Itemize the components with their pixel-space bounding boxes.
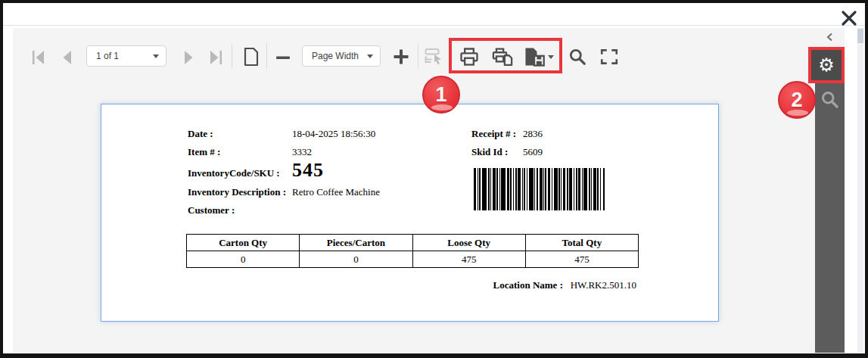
page-number-value: 1 of 1 — [96, 51, 119, 61]
report-document-page: Date : 18-04-2025 18:56:30 Item # : 3332… — [101, 104, 719, 322]
whole-page-view-button[interactable] — [239, 45, 263, 69]
sidebar-search-icon[interactable] — [820, 89, 840, 110]
fullscreen-button[interactable] — [598, 46, 621, 67]
cell-pieces-carton: 0 — [300, 251, 412, 268]
close-icon[interactable] — [840, 9, 858, 27]
zoom-in-button[interactable] — [388, 45, 414, 69]
badge-2-number: 2 — [791, 89, 802, 112]
location-label: Location Name : — [493, 279, 563, 291]
field-date: Date : 18-04-2025 18:56:30 — [188, 128, 375, 140]
collapse-sidebar-icon[interactable] — [825, 32, 837, 44]
field-label: Customer : — [188, 204, 292, 216]
report-viewer-window: 1 of 1 Page Width — [0, 0, 868, 358]
col-carton-qty: Carton Qty — [187, 235, 300, 251]
toolbar-separator — [232, 43, 232, 69]
zoom-mode-select[interactable]: Page Width — [302, 45, 381, 67]
barcode — [474, 168, 607, 210]
col-loose-qty: Loose Qty — [412, 235, 525, 251]
field-value: 2836 — [523, 128, 543, 140]
quantity-table: Carton Qty Pieces/Carton Loose Qty Total… — [186, 234, 639, 268]
export-save-button[interactable] — [522, 45, 554, 69]
first-page-button[interactable] — [27, 46, 50, 69]
field-value-sku: 545 — [292, 159, 324, 182]
location-value: HW.RK2.501.10 — [571, 279, 636, 291]
zoom-mode-value: Page Width — [312, 51, 359, 61]
field-value: Retro Coffee Machine — [292, 186, 380, 198]
dialog-header — [3, 3, 865, 26]
select-tool-button-disabled[interactable] — [422, 45, 448, 68]
scrollbar-track[interactable] — [857, 28, 863, 353]
field-label: Inventory Description : — [188, 186, 292, 198]
scrollbar-thumb[interactable] — [857, 29, 863, 43]
cell-carton-qty: 0 — [187, 251, 300, 268]
field-skid-id: Skid Id : 5609 — [471, 146, 543, 158]
annotation-step-1-badge: 1 — [422, 76, 460, 114]
field-value: 5609 — [523, 146, 543, 158]
col-pieces-carton: Pieces/Carton — [300, 235, 412, 251]
export-options-caret-icon — [548, 55, 554, 59]
previous-page-button[interactable] — [56, 46, 79, 69]
field-inventory-description: Inventory Description : Retro Coffee Mac… — [188, 186, 380, 198]
next-page-button[interactable] — [177, 46, 200, 69]
table-header-row: Carton Qty Pieces/Carton Loose Qty Total… — [187, 235, 639, 251]
last-page-button[interactable] — [204, 46, 227, 69]
field-label: Receipt # : — [471, 128, 523, 140]
col-total-qty: Total Qty — [525, 235, 638, 251]
toolbar-separator — [418, 43, 418, 69]
field-label: InventoryCode/SKU : — [188, 167, 292, 179]
print-button[interactable] — [456, 45, 482, 69]
field-inventory-sku: InventoryCode/SKU : 545 — [188, 159, 324, 182]
field-receipt-number: Receipt # : 2836 — [471, 128, 543, 140]
search-button[interactable] — [566, 45, 589, 68]
location-name: Location Name : HW.RK2.501.10 — [493, 279, 636, 291]
badge-1-number: 1 — [435, 83, 446, 107]
field-label: Date : — [188, 128, 292, 140]
field-value: 3332 — [292, 146, 312, 158]
field-label: Skid Id : — [471, 146, 523, 158]
cell-total-qty: 475 — [525, 251, 638, 268]
zoom-out-button[interactable] — [272, 46, 294, 69]
page-number-select[interactable]: 1 of 1 — [86, 45, 166, 67]
field-customer: Customer : — [188, 204, 292, 216]
annotation-step-2-badge: 2 — [778, 81, 816, 119]
cell-loose-qty: 475 — [412, 251, 525, 268]
chevron-down-icon — [367, 54, 373, 58]
table-row: 0 0 475 475 — [187, 251, 639, 268]
print-current-page-button[interactable] — [489, 45, 516, 69]
toolbar-separator — [266, 43, 267, 69]
chevron-down-icon — [153, 54, 159, 58]
field-item-number: Item # : 3332 — [188, 146, 312, 158]
field-value: 18-04-2025 18:56:30 — [292, 128, 375, 140]
field-label: Item # : — [188, 146, 292, 158]
